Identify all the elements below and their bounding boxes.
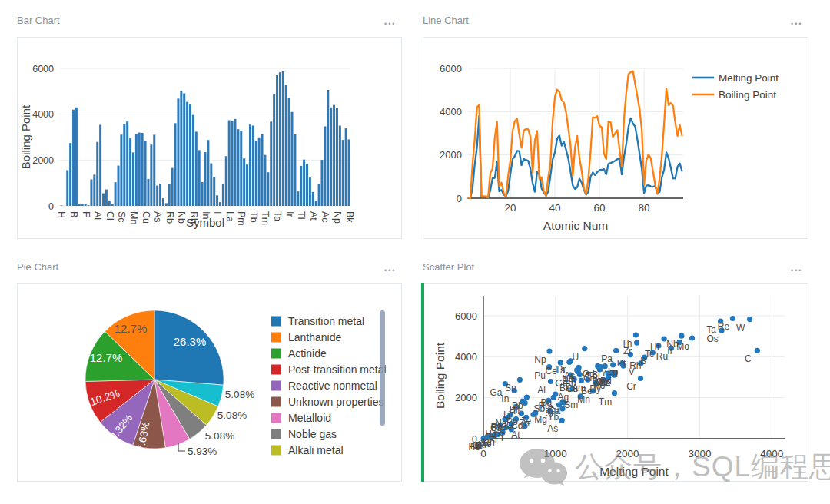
svg-text:Re: Re bbox=[718, 321, 730, 332]
svg-text:Mo: Mo bbox=[676, 341, 689, 352]
svg-text:5.08%: 5.08% bbox=[217, 410, 247, 421]
ellipsis-menu-icon[interactable]: ••• bbox=[791, 267, 802, 274]
svg-text:2000: 2000 bbox=[616, 448, 639, 459]
svg-text:Sc: Sc bbox=[116, 211, 127, 223]
svg-text:5.93%: 5.93% bbox=[188, 446, 217, 457]
svg-text:Cm: Cm bbox=[583, 373, 598, 383]
pie-slices[interactable] bbox=[85, 310, 224, 449]
svg-text:Actinide: Actinide bbox=[288, 347, 327, 360]
svg-text:Tm: Tm bbox=[599, 396, 612, 407]
svg-text:Al: Al bbox=[92, 211, 103, 220]
svg-text:Cl: Cl bbox=[105, 211, 115, 220]
svg-text:2000: 2000 bbox=[32, 155, 54, 166]
svg-text:Bk: Bk bbox=[559, 383, 571, 393]
svg-text:Cu: Cu bbox=[141, 211, 151, 224]
svg-text:60: 60 bbox=[594, 202, 606, 214]
ellipsis-menu-icon[interactable]: ••• bbox=[384, 267, 396, 274]
bar-series[interactable] bbox=[60, 71, 350, 206]
svg-text:Metalloid: Metalloid bbox=[288, 412, 331, 424]
svg-text:U: U bbox=[572, 352, 579, 363]
svg-text:Ra: Ra bbox=[539, 400, 551, 411]
svg-text:4000: 4000 bbox=[760, 448, 783, 459]
svg-text:Bi: Bi bbox=[510, 404, 518, 415]
svg-text:Yb: Yb bbox=[548, 412, 559, 423]
svg-text:Ta: Ta bbox=[272, 211, 283, 221]
svg-text:Mn: Mn bbox=[577, 394, 590, 405]
svg-text:Os: Os bbox=[706, 333, 718, 344]
pie-legend[interactable]: Transition metalLanthanideActinidePost-t… bbox=[271, 315, 387, 472]
svg-text:20: 20 bbox=[505, 202, 516, 214]
svg-text:Boiling Point: Boiling Point bbox=[719, 89, 776, 101]
svg-text:Lanthanide: Lanthanide bbox=[288, 331, 342, 343]
svg-text:Po: Po bbox=[506, 416, 518, 427]
svg-text:Am: Am bbox=[572, 383, 586, 393]
svg-text:H: H bbox=[56, 211, 67, 218]
panel-title-pie-chart: Pie Chart bbox=[17, 261, 58, 273]
svg-text:0: 0 bbox=[480, 448, 486, 459]
card-accent-bar bbox=[421, 283, 424, 482]
svg-text:Ir: Ir bbox=[667, 346, 672, 356]
svg-text:Fr: Fr bbox=[491, 423, 500, 433]
panel-title-scatter-plot: Scatter Plot bbox=[423, 261, 474, 273]
line-chart-card: 020004000600020406080Atomic NumMelting P… bbox=[423, 37, 808, 239]
svg-text:2000: 2000 bbox=[440, 149, 462, 161]
svg-text:0: 0 bbox=[472, 433, 477, 445]
line-legend[interactable]: Melting PointBoiling Point bbox=[692, 72, 779, 101]
svg-text:Ru: Ru bbox=[656, 351, 668, 362]
scatter-plot-card: HHeLiBeBCNOFNeNaMgAlSiPSClArKCaScTiVCrMn… bbox=[423, 283, 808, 482]
pie-chart-card: 26.3%5.08%5.08%5.08%5.93%7.63%9.32%10.2%… bbox=[17, 283, 402, 482]
svg-text:Sn: Sn bbox=[505, 383, 516, 393]
svg-text:Transition metal: Transition metal bbox=[288, 315, 364, 327]
svg-text:Unknown properties: Unknown properties bbox=[288, 396, 384, 408]
svg-text:B: B bbox=[68, 211, 79, 217]
svg-text:3000: 3000 bbox=[688, 448, 711, 459]
svg-text:Rh: Rh bbox=[629, 360, 641, 371]
svg-text:Melting Point: Melting Point bbox=[719, 72, 779, 84]
svg-text:4000: 4000 bbox=[455, 351, 477, 363]
svg-text:As: As bbox=[152, 211, 163, 223]
svg-text:Alkali metal: Alkali metal bbox=[288, 444, 344, 456]
bar-chart-canvas[interactable]: 0200040006000HBFAlClScMnCuAsRbNbRhInILaP… bbox=[18, 38, 401, 238]
svg-text:Ce: Ce bbox=[546, 366, 558, 376]
svg-text:6000: 6000 bbox=[440, 63, 462, 75]
svg-text:La: La bbox=[224, 211, 235, 222]
svg-text:Symbol: Symbol bbox=[186, 216, 224, 229]
svg-text:Np: Np bbox=[534, 354, 546, 365]
dashboard: Bar Chart ••• 0200040006000HBFAlClScMnCu… bbox=[0, 0, 830, 504]
svg-text:26.3%: 26.3% bbox=[174, 335, 207, 348]
svg-text:2000: 2000 bbox=[455, 392, 477, 403]
svg-text:Hf: Hf bbox=[650, 342, 660, 353]
svg-text:5.08%: 5.08% bbox=[225, 389, 254, 400]
svg-text:6000: 6000 bbox=[455, 310, 477, 322]
ellipsis-menu-icon[interactable]: ••• bbox=[384, 21, 396, 28]
scatter-plot-canvas[interactable]: HHeLiBeBCNOFNeNaMgAlSiPSClArKCaScTiVCrMn… bbox=[423, 284, 808, 481]
bar-chart-card: 0200040006000HBFAlClScMnCuAsRbNbRhInILaP… bbox=[17, 37, 402, 239]
svg-text:Alkaline earth metal: Alkaline earth metal bbox=[288, 460, 383, 472]
svg-text:Tl: Tl bbox=[296, 211, 307, 219]
svg-text:12.7%: 12.7% bbox=[90, 351, 123, 364]
svg-text:6000: 6000 bbox=[32, 64, 54, 75]
svg-text:5.08%: 5.08% bbox=[205, 430, 234, 442]
svg-text:Pa: Pa bbox=[601, 353, 613, 364]
line-series-boiling-point[interactable] bbox=[468, 71, 682, 198]
svg-text:4000: 4000 bbox=[32, 109, 54, 120]
panel-title-line-chart: Line Chart bbox=[423, 15, 469, 26]
svg-text:4000: 4000 bbox=[440, 106, 462, 118]
svg-text:Pt: Pt bbox=[617, 358, 626, 369]
svg-text:Boiling Point: Boiling Point bbox=[433, 342, 447, 409]
svg-text:Rn: Rn bbox=[483, 437, 494, 448]
svg-text:Np: Np bbox=[332, 211, 343, 224]
line-chart-canvas[interactable]: 020004000600020406080Atomic NumMelting P… bbox=[423, 38, 808, 238]
svg-text:Al: Al bbox=[537, 385, 546, 396]
svg-text:Pu: Pu bbox=[534, 370, 546, 381]
ellipsis-menu-icon[interactable]: ••• bbox=[791, 21, 802, 28]
legend-scrollbar[interactable] bbox=[380, 310, 385, 426]
svg-text:Cr: Cr bbox=[626, 381, 636, 392]
svg-text:Rb: Rb bbox=[164, 211, 175, 224]
svg-text:Ac: Ac bbox=[320, 211, 330, 223]
pie-chart-canvas[interactable]: 26.3%5.08%5.08%5.08%5.93%7.63%9.32%10.2%… bbox=[18, 284, 401, 481]
svg-text:12.7%: 12.7% bbox=[115, 322, 148, 335]
svg-text:0: 0 bbox=[456, 193, 462, 204]
svg-text:40: 40 bbox=[549, 202, 561, 214]
svg-text:Ga: Ga bbox=[490, 387, 502, 398]
